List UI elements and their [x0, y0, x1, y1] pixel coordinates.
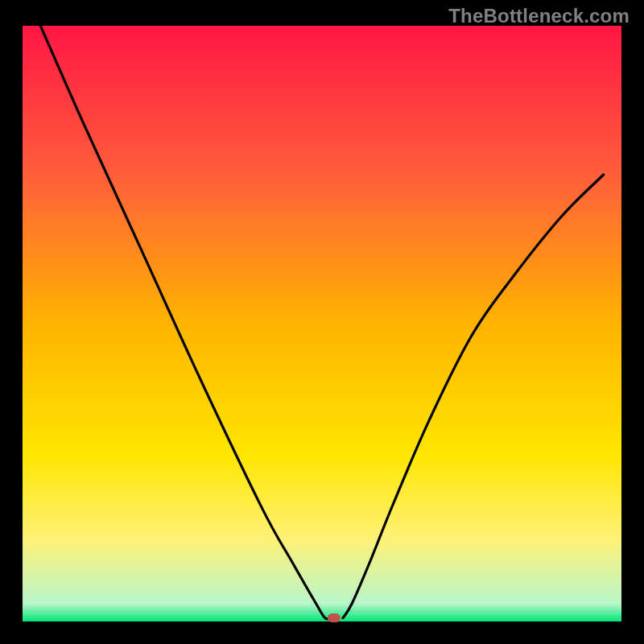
watermark-text: TheBottleneck.com: [448, 5, 630, 27]
chart-frame: TheBottleneck.com: [0, 0, 644, 644]
plot-background: [23, 26, 621, 621]
optimal-marker: [328, 613, 341, 622]
bottleneck-chart: [0, 0, 644, 644]
